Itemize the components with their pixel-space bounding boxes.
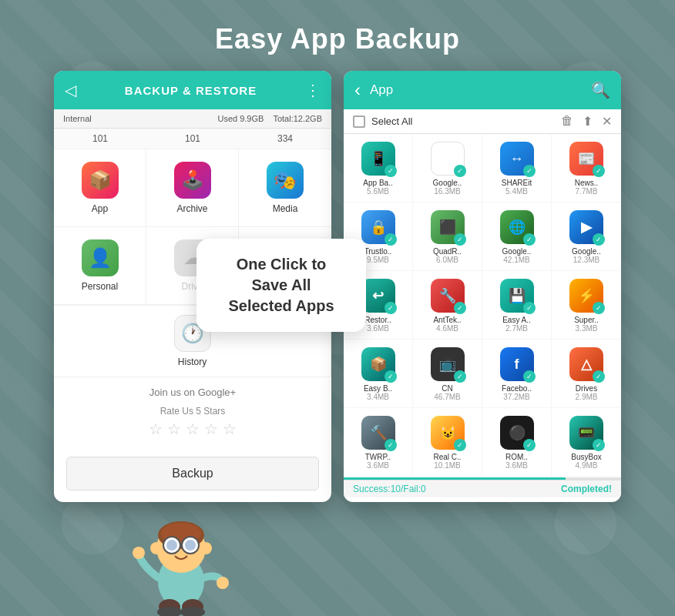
app-name: Trustlo.. [364,247,392,256]
app-size: 3.3MB [576,324,598,333]
app-size: 9.5MB [367,256,389,264]
app-item[interactable]: 😺✓Real C..10.1MB [413,408,482,477]
right-header-title: App [370,82,582,98]
star-5[interactable]: ☆ [223,420,237,438]
app-check-icon: ✓ [523,165,536,177]
star-3[interactable]: ☆ [186,420,200,438]
app-check-icon: ✓ [454,302,466,314]
star-2[interactable]: ☆ [167,420,181,438]
app-item[interactable]: G✓Google..16.3MB [413,134,482,203]
app-check-icon: ✓ [454,165,466,177]
app-size: 42.1MB [503,256,529,264]
select-all-label[interactable]: Select All [371,116,555,127]
app-name: SHAREit [502,179,532,187]
app-size: 12.3MB [573,256,599,264]
status-completed: Completed! [561,484,612,494]
app-item[interactable]: 🔨✓TWRP..3.6MB [344,408,413,477]
app-item[interactable]: 📱✓App Ba..5.6MB [344,134,413,203]
tooltip-text: One Click to Save All Selected Apps [218,254,344,316]
delete-icon[interactable]: 🗑 [561,114,573,129]
history-label: History [178,357,207,367]
app-size: 3.6MB [367,461,389,470]
rate-us-section: Rate Us 5 Stars ☆ ☆ ☆ ☆ ☆ [54,403,331,444]
app-item[interactable]: 📰✓News..7.7MB [552,134,621,203]
app-item[interactable]: f✓Facebo..37.2MB [482,340,552,408]
app-check-icon: ✓ [593,302,605,314]
app-count: 101 [86,132,114,146]
app-item[interactable]: 🌐✓Google..42.1MB [482,203,552,271]
app-item[interactable]: ▶✓Google..12.3MB [552,203,621,271]
back-icon[interactable]: ‹ [354,79,361,101]
grid-cell-personal[interactable]: 👤 Personal [54,227,146,305]
stars-row[interactable]: ☆ ☆ ☆ ☆ ☆ [149,420,237,438]
counts-row: 101 101 334 [54,129,331,149]
app-name: App Ba.. [363,179,392,187]
storage-bar: Internal Used 9.9GB Total:12.2GB [54,109,331,129]
star-1[interactable]: ☆ [149,420,163,438]
search-icon[interactable]: 🔍 [591,81,610,99]
app-item[interactable]: ⚫✓ROM..3.6MB [482,408,552,477]
app-item[interactable]: 💾✓Easy A..2.7MB [482,271,552,340]
media-count: 334 [271,132,299,146]
app-check-icon: ✓ [385,165,397,177]
archive-count: 101 [179,132,207,146]
app-item[interactable]: 📺✓CN46.7MB [413,340,482,408]
app-check-icon: ✓ [523,439,536,451]
app-name: Restor.. [364,316,391,324]
app-name: Easy B.. [364,384,392,393]
app-size: 3.4MB [367,393,389,401]
app-check-icon: ✓ [523,302,536,314]
app-size: 5.6MB [367,187,389,196]
svg-point-10 [200,542,212,554]
app-item[interactable]: 🔧✓AntTek..4.6MB [413,271,482,340]
app-size: 2.9MB [576,393,598,401]
star-4[interactable]: ☆ [204,420,218,438]
app-name: News.. [575,179,599,187]
app-item[interactable]: ⚡✓Super..3.3MB [552,271,621,340]
app-name: QuadR.. [433,247,462,256]
tooltip-bubble: One Click to Save All Selected Apps [196,239,366,332]
app-name: TWRP.. [365,453,391,461]
page-title: Easy App Backup [0,0,675,71]
backup-button[interactable]: Backup [66,457,319,490]
close-icon[interactable]: ✕ [602,114,612,129]
app-check-icon: ✓ [385,302,397,314]
app-check-icon: ✓ [523,370,536,383]
mascot [131,493,231,616]
storage-label: Internal [63,114,92,123]
grid-cell-app[interactable]: 📦 App [54,149,146,227]
app-item[interactable]: △✓Drives2.9MB [552,340,621,408]
svg-point-11 [133,547,145,559]
app-item[interactable]: ⬛✓QuadR..6.0MB [413,203,482,271]
app-name: Google.. [502,247,532,256]
grid-cell-media[interactable]: 🎭 Media [239,149,331,227]
app-check-icon: ✓ [385,370,397,383]
menu-icon[interactable]: ⋮ [305,81,321,99]
join-google[interactable]: Join us on Google+ [54,377,331,403]
app-name: Google.. [433,179,462,187]
select-all-bar: Select All 🗑 ⬆ ✕ [344,109,621,134]
app-size: 4.9MB [576,461,598,470]
app-size: 16.3MB [434,187,460,196]
app-check-icon: ✓ [523,233,536,246]
app-size: 37.2MB [503,393,529,401]
app-icon: 📦 [82,162,119,199]
app-name: Easy A.. [502,316,531,324]
app-size: 46.7MB [434,393,460,401]
app-size: 2.7MB [505,324,528,333]
share-icon[interactable]: ⬆ [583,114,593,129]
app-size: 5.4MB [505,187,528,196]
app-check-icon: ✓ [454,233,466,246]
svg-point-6 [166,540,177,551]
app-item[interactable]: 📦✓Easy B..3.4MB [344,340,413,408]
app-item[interactable]: 📟✓BusyBox4.9MB [552,408,621,477]
app-check-icon: ✓ [593,233,605,246]
personal-icon: 👤 [82,239,119,276]
grid-cell-archive[interactable]: 🕹️ Archive [146,149,239,227]
select-all-checkbox[interactable] [353,116,365,128]
progress-bar-wrap [344,477,621,480]
svg-point-7 [185,540,196,551]
app-item[interactable]: ↔✓SHAREit5.4MB [482,134,552,203]
share-icon[interactable]: ◁ [65,81,76,99]
progress-bar-fill [344,477,566,480]
